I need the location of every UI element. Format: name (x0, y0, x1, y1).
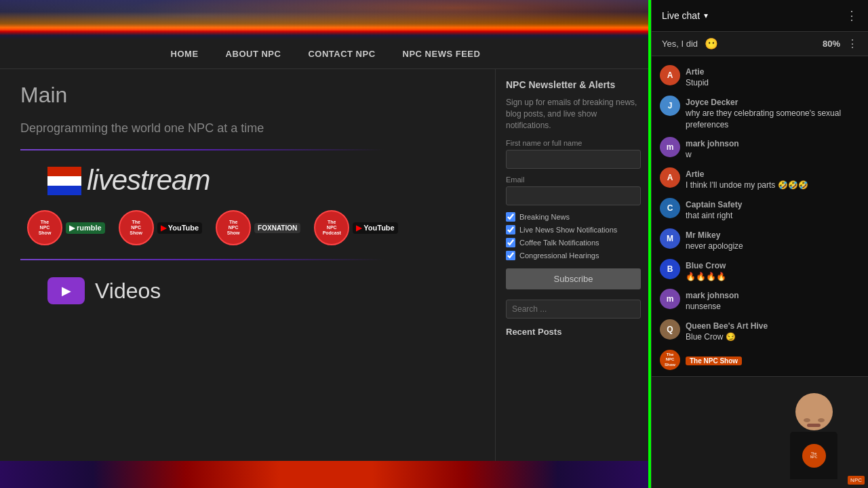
svg-rect-0 (47, 167, 81, 176)
yt-icon2: ▶ (356, 224, 361, 232)
webcam-figure: TheNPC (780, 393, 848, 488)
yt-icon1: ▶ (161, 224, 166, 232)
avatar-mark1: m (660, 137, 680, 157)
poll-text: Yes, I did (662, 39, 698, 49)
ls-flag (47, 167, 81, 194)
msg-content-npcshow: The NPC Show (686, 354, 860, 366)
bottom-bar (0, 461, 651, 488)
checkbox-live-news[interactable]: Live News Show Notifications (506, 225, 641, 235)
avatar-artie2: A (660, 167, 680, 188)
msg-text-bluecrow1: 🔥🔥🔥🔥 (686, 271, 860, 283)
checkbox-live-news-label: Live News Show Notifications (519, 226, 617, 234)
platform-rumble[interactable]: TheNPCShow ▶ rumble (27, 210, 105, 245)
svg-rect-1 (47, 176, 81, 186)
newsletter-sidebar: NPC Newsletter & Alerts Sign up for emai… (495, 69, 651, 461)
nav-contact[interactable]: CONTACT NPC (308, 49, 375, 59)
msg-author-mrmikey1: Mr Mikey (686, 230, 720, 240)
chat-message-mark1: m mark johnson w (652, 134, 868, 164)
svg-rect-2 (47, 186, 81, 195)
msg-content-mrmikey1: Mr Mikey never apologize (686, 228, 860, 252)
avatar-joyce1: J (660, 96, 680, 116)
name-input[interactable] (506, 150, 641, 169)
poll-more-icon[interactable]: ⋮ (847, 37, 858, 50)
checkbox-coffee-talk[interactable]: Coffee Talk Notifications (506, 238, 641, 247)
msg-text-joyce1: why are they celebrating someone's sexua… (686, 108, 860, 131)
webcam-head (795, 393, 833, 430)
youtube-badge2: ▶ YouTube (353, 222, 397, 234)
npc-show-logo-fox: TheNPCShow (216, 210, 251, 245)
npc-show-logo-rumble: TheNPCShow (27, 210, 62, 245)
checkbox-breaking-news[interactable]: Breaking News (506, 212, 641, 222)
msg-text-mark2: nunsense (686, 301, 860, 312)
rumble-badge: ▶ rumble (66, 222, 105, 234)
videos-section: Videos (20, 277, 475, 304)
recent-posts-title: Recent Posts (506, 327, 641, 337)
npc-show-logo-yt1: TheNPCShow (119, 210, 154, 245)
checkbox-breaking-news-input[interactable] (506, 212, 515, 222)
livestream-text: livestream (87, 164, 210, 197)
name-label: First name or full name (506, 139, 641, 147)
msg-author-bluecrow1: Blue Crow (686, 261, 726, 270)
subscribe-button[interactable]: Subscribe (506, 268, 641, 289)
chevron-down-icon[interactable]: ▾ (704, 11, 708, 20)
msg-content-artie1: Artie Stupid (686, 65, 860, 89)
chat-message-artie1: A Artie Stupid (652, 62, 868, 92)
avatar-captain1: C (660, 198, 680, 218)
rumble-label: rumble (77, 224, 102, 232)
msg-author-queenbee1: Queen Bee's Art Hive (686, 321, 768, 331)
yt-label1: YouTube (168, 224, 199, 232)
foxnation-badge: FOXNATION (254, 223, 300, 233)
avatar-queenbee1: Q (660, 319, 680, 340)
divider2 (20, 259, 384, 260)
divider1 (20, 149, 384, 150)
foxnation-label: FOXNATION (258, 224, 297, 232)
nav-about[interactable]: ABOUT NPC (226, 49, 281, 59)
nav-newsfeed[interactable]: NPC NEWS FEED (403, 49, 481, 59)
chat-header-left: Live chat ▾ (662, 10, 708, 21)
msg-author-joyce1: Joyce Decker (686, 98, 738, 107)
checkbox-coffee-talk-label: Coffee Talk Notifications (519, 239, 599, 247)
search-input[interactable] (506, 300, 641, 319)
poll-emoji: 😶 (705, 37, 718, 50)
msg-author-artie1: Artie (686, 67, 704, 77)
chat-message-bluecrow1: B Blue Crow 🔥🔥🔥🔥 (652, 256, 868, 286)
platform-youtube1[interactable]: TheNPCShow ▶ YouTube (119, 210, 202, 245)
msg-author-mark1: mark johnson (686, 139, 739, 148)
email-input[interactable] (506, 186, 641, 205)
chat-message-queenbee1: Q Queen Bee's Art Hive Blue Crow 😏 (652, 316, 868, 346)
rumble-play-icon: ▶ (69, 224, 75, 232)
checkbox-coffee-talk-input[interactable] (506, 238, 515, 247)
avatar-mrmikey1: M (660, 228, 680, 249)
newsletter-title: NPC Newsletter & Alerts (506, 79, 641, 90)
avatar-artie1: A (660, 65, 680, 85)
live-chat-label: Live chat (662, 10, 700, 21)
webcam-area: TheNPC NPC (652, 376, 868, 488)
webcam-body: TheNPC (790, 432, 837, 479)
checkbox-live-news-input[interactable] (506, 225, 515, 235)
top-banner (0, 0, 651, 39)
platform-foxnation[interactable]: TheNPCShow FOXNATION (216, 210, 300, 245)
nav-home[interactable]: HOME (171, 49, 199, 59)
msg-content-bluecrow1: Blue Crow 🔥🔥🔥🔥 (686, 259, 860, 283)
checkbox-congressional[interactable]: Congressional Hearings (506, 251, 641, 260)
msg-author-mark2: mark johnson (686, 291, 739, 300)
webcam-logo-badge: NPC (848, 476, 865, 485)
more-options-icon[interactable]: ⋮ (846, 8, 858, 23)
checkbox-group: Breaking News Live News Show Notificatio… (506, 212, 641, 260)
msg-text-queenbee1: Blue Crow 😏 (686, 331, 860, 343)
chat-message-npcshow: TheNPCShow The NPC Show (652, 346, 868, 373)
email-label: Email (506, 176, 641, 184)
msg-content-queenbee1: Queen Bee's Art Hive Blue Crow 😏 (686, 319, 860, 343)
navigation: HOME ABOUT NPC CONTACT NPC NPC NEWS FEED (0, 39, 651, 69)
videos-play-button[interactable] (47, 277, 85, 304)
platform-youtube2[interactable]: TheNPCPodcast ▶ YouTube (314, 210, 397, 245)
msg-text-captain1: that aint right (686, 210, 860, 222)
checkbox-breaking-news-label: Breaking News (519, 213, 570, 221)
msg-content-mark2: mark johnson nunsense (686, 289, 860, 312)
checkbox-congressional-input[interactable] (506, 251, 515, 260)
chat-messages: A Artie Stupid J Joyce Decker why are th… (652, 56, 868, 376)
msg-content-joyce1: Joyce Decker why are they celebrating so… (686, 96, 860, 131)
chat-header: Live chat ▾ ⋮ (652, 0, 868, 32)
avatar-mark2: m (660, 289, 680, 309)
platform-icons: TheNPCShow ▶ rumble TheNPCShow ▶ YouTube (20, 210, 475, 245)
